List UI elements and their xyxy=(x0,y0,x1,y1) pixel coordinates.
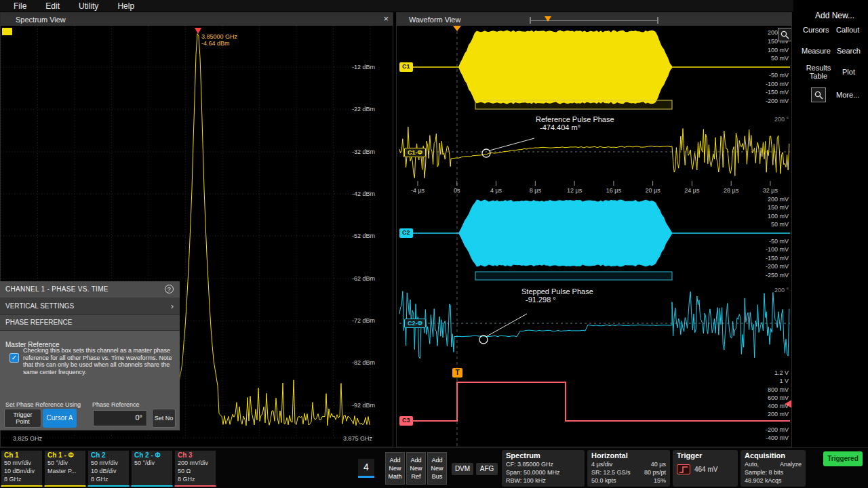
phase-reference-input[interactable]: 0° xyxy=(93,410,147,426)
spectrum-y-tick: -62 dBm xyxy=(330,275,375,282)
record-length-time: 40 µs xyxy=(651,460,666,468)
resolution-value: 80 ps/pt xyxy=(644,468,666,476)
ch2-scale-tick: 150 mV xyxy=(744,204,789,211)
peak-marker-icon[interactable] xyxy=(195,28,201,34)
oscilloscope-ui: File Edit Utility Help Spectrum View × 3… xyxy=(0,0,868,488)
set-now-button[interactable]: Set No xyxy=(152,409,176,428)
chevron-right-icon: › xyxy=(171,298,174,314)
time-axis-tick: -4 µs xyxy=(401,187,435,194)
dialog-title: CHANNEL 1 - PHASE VS. TIME xyxy=(5,285,108,293)
menu-utility[interactable]: Utility xyxy=(79,1,98,11)
ch2-badge[interactable]: C2 xyxy=(399,228,413,238)
channel-name: Ch 1 xyxy=(1,451,42,459)
ch2-phase-scale-tick: 200 ° xyxy=(744,287,789,293)
panel-title: Acquisition xyxy=(745,451,802,460)
phase-reference-section[interactable]: PHASE REFERENCE xyxy=(0,315,180,331)
ch1-phase-waveform[interactable] xyxy=(399,127,789,178)
channel-badge-3[interactable]: Ch 250 mV/div10 dB/div8 GHz xyxy=(87,450,130,487)
time-axis-tick: 20 µs xyxy=(636,187,670,194)
channel-setting: 10 dBm/div xyxy=(1,467,42,475)
trigger-position-icon[interactable] xyxy=(453,26,461,31)
spectrum-settings-badge[interactable]: Spectrum CF: 3.85000 GHz Span: 50.0000 M… xyxy=(502,450,585,487)
spectrum-y-tick: -32 dBm xyxy=(330,148,375,155)
callout-handle-icon[interactable] xyxy=(2,28,12,35)
vertical-settings-section[interactable]: VERTICAL SETTINGS › xyxy=(0,298,180,315)
channel-badge-5[interactable]: Ch 3200 mV/div50 Ω8 GHz xyxy=(174,450,216,487)
dvm-button[interactable]: DVM xyxy=(452,463,473,475)
results-table-button[interactable]: Results Table xyxy=(803,64,834,80)
plot-button[interactable]: Plot xyxy=(842,68,855,76)
ch1-measurement-gate[interactable] xyxy=(475,100,672,109)
channel-setting: 8 GHz xyxy=(175,475,216,483)
close-icon[interactable]: × xyxy=(383,14,389,24)
trigger-settings-badge[interactable]: Trigger 464 mV xyxy=(673,450,738,487)
triggered-status-badge[interactable]: Triggered xyxy=(823,451,863,466)
channel-badge-4[interactable]: Ch 2 - Φ50 °/div xyxy=(131,450,173,487)
search-button[interactable]: Search xyxy=(837,47,861,55)
callout-button[interactable]: Callout xyxy=(836,26,859,34)
ch1-phase-scale-tick: 200 ° xyxy=(744,116,789,123)
ch1-burst-waveform[interactable] xyxy=(458,30,672,104)
waveform-titlebar[interactable]: Waveform View xyxy=(397,13,791,26)
time-axis-tick: 32 µs xyxy=(753,187,787,194)
menu-file[interactable]: File xyxy=(14,1,26,11)
button-label: Add xyxy=(389,456,400,464)
reference-pulse-phase-annotation: Reference Pulse Phase -474.404 m° xyxy=(536,115,614,131)
add-new-math-button[interactable]: Add New Math xyxy=(385,452,405,485)
trigger-source-badge[interactable]: T xyxy=(452,368,462,378)
ch3-pulse-waveform[interactable] xyxy=(399,382,790,421)
ch2-phase-waveform[interactable] xyxy=(399,291,789,359)
channel-badge-2[interactable]: Ch 1 - Φ50 °/divMaster P... xyxy=(44,450,86,487)
spectrum-titlebar[interactable]: Spectrum View × xyxy=(1,13,393,26)
ch2-scale-tick: -200 mV xyxy=(744,263,789,270)
ch3-scale-tick: -400 mV xyxy=(744,434,789,441)
ch3-badge[interactable]: C3 xyxy=(399,416,413,426)
waveform-count-badge[interactable]: 4 xyxy=(358,459,374,478)
afg-button[interactable]: AFG xyxy=(476,463,498,475)
trigger-point-button[interactable]: Trigger Point xyxy=(4,409,41,428)
cursors-button[interactable]: Cursors xyxy=(803,26,829,34)
ch2-scale-tick: 50 mV xyxy=(744,221,789,228)
more-button[interactable]: More... xyxy=(836,91,859,99)
time-axis-tick: 16 µs xyxy=(597,187,631,194)
horizontal-settings-badge[interactable]: Horizontal 4 µs/div40 µs SR: 12.5 GS/s80… xyxy=(587,450,670,487)
waveform-plot[interactable]: 200 mV150 mV100 mV50 mV-50 mV-100 mV-150… xyxy=(397,26,791,447)
sample-rate-value: SR: 12.5 GS/s xyxy=(591,468,631,476)
callout-leader-line xyxy=(487,314,527,336)
panel-title: Trigger xyxy=(677,451,734,460)
dialog-titlebar[interactable]: CHANNEL 1 - PHASE VS. TIME ? xyxy=(0,281,180,298)
add-new-bus-button[interactable]: Add New Bus xyxy=(427,452,447,485)
horizontal-position-slider[interactable] xyxy=(530,16,658,23)
menu-help[interactable]: Help xyxy=(117,1,134,11)
master-reference-checkbox[interactable]: ✓ xyxy=(9,353,19,363)
magnifier-icon xyxy=(814,91,823,100)
trigger-position-handle-icon[interactable] xyxy=(545,16,551,22)
ch2-burst-waveform[interactable] xyxy=(458,200,672,267)
spectrum-y-tick: -12 dBm xyxy=(330,64,375,70)
spectrum-y-tick: -42 dBm xyxy=(330,190,375,197)
ch1-badge[interactable]: C1 xyxy=(399,62,413,72)
button-label: Add xyxy=(431,456,442,464)
help-icon[interactable]: ? xyxy=(165,285,174,293)
ch2-phase-badge[interactable]: C2-Φ xyxy=(404,319,426,328)
measure-button[interactable]: Measure xyxy=(802,47,831,55)
add-new-ref-button[interactable]: Add New Ref xyxy=(406,452,426,485)
panel-title: Horizontal xyxy=(591,451,666,460)
ch2-measurement-gate[interactable] xyxy=(475,272,672,280)
acquisition-settings-badge[interactable]: Acquisition Auto,Analyze Sample: 8 bits … xyxy=(741,450,806,487)
channel-badge-1[interactable]: Ch 150 mV/div10 dBm/div8 GHz xyxy=(1,450,43,487)
zoom-icon[interactable] xyxy=(778,28,791,41)
spectrum-y-tick: -82 dBm xyxy=(330,359,375,366)
ch1-phase-badge[interactable]: C1-Φ xyxy=(404,148,426,157)
ch1-scale-tick: -200 mV xyxy=(744,98,789,104)
channel-name: Ch 3 xyxy=(175,451,216,459)
ch1-scale-tick: -150 mV xyxy=(744,89,789,96)
rising-edge-icon xyxy=(677,464,690,474)
bottom-settings-bar: Ch 150 mV/div10 dBm/div8 GHzCh 1 - Φ50 °… xyxy=(0,447,868,488)
button-label: Bus xyxy=(432,472,443,481)
menu-edit[interactable]: Edit xyxy=(45,1,60,11)
cursor-a-button[interactable]: Cursor A xyxy=(43,409,77,428)
time-axis-tick: 0s xyxy=(440,187,474,194)
master-reference-description: Checking this box sets this channel as a… xyxy=(23,347,175,375)
zoom-tool-button[interactable] xyxy=(811,87,826,102)
